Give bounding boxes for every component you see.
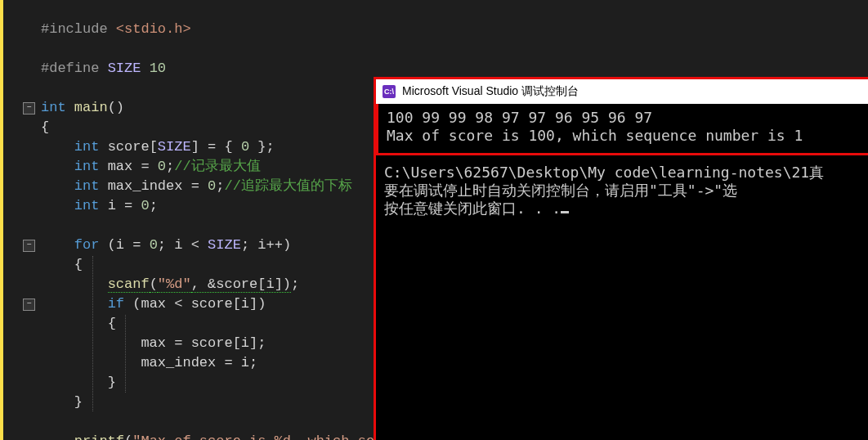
fold-gutter: −−−: [21, 0, 36, 440]
code-line[interactable]: max = score[i];: [41, 334, 266, 353]
code-line[interactable]: }: [41, 373, 116, 393]
code-line[interactable]: #include <stdio.h>: [41, 20, 191, 39]
code-line[interactable]: {: [41, 314, 116, 334]
brace-guide: [125, 315, 126, 393]
code-editor[interactable]: −−− #include <stdio.h>#define SIZE 10int…: [0, 0, 868, 440]
code-line[interactable]: int max_index = 0;//追踪最大值的下标: [41, 177, 352, 196]
console-cursor: [561, 211, 569, 213]
code-line[interactable]: {: [41, 255, 83, 275]
code-line[interactable]: scanf("%d", &score[i]);: [41, 275, 299, 294]
code-line[interactable]: #define SIZE 10: [41, 59, 166, 79]
fold-toggle-icon[interactable]: −: [23, 240, 35, 252]
console-output: C:\Users\62567\Desktop\My code\learning-…: [376, 155, 868, 226]
code-line[interactable]: {: [41, 118, 49, 137]
code-line[interactable]: int i = 0;: [41, 196, 158, 216]
fold-toggle-icon[interactable]: −: [23, 102, 35, 114]
code-line[interactable]: int max = 0;//记录最大值: [41, 157, 261, 177]
code-line[interactable]: max_index = i;: [41, 353, 257, 373]
fold-toggle-icon[interactable]: −: [23, 299, 35, 311]
code-line[interactable]: }: [41, 393, 83, 412]
console-output-highlight: 100 99 99 98 97 97 96 95 96 97 Max of sc…: [376, 104, 868, 155]
console-titlebar[interactable]: C:\ Microsoft Visual Studio 调试控制台: [376, 79, 868, 104]
console-icon: C:\: [383, 85, 396, 98]
code-line[interactable]: if (max < score[i]): [41, 294, 266, 314]
code-line[interactable]: printf("Max of score is %d, which sequen: [41, 432, 408, 440]
debug-console-window[interactable]: C:\ Microsoft Visual Studio 调试控制台 100 99…: [374, 77, 868, 440]
code-line[interactable]: for (i = 0; i < SIZE; i++): [41, 236, 291, 255]
brace-guide: [92, 256, 93, 411]
code-line[interactable]: int score[SIZE] = { 0 };: [41, 137, 275, 157]
console-title: Microsoft Visual Studio 调试控制台: [402, 84, 579, 99]
code-line[interactable]: int main(): [41, 98, 124, 118]
editor-gutter: [3, 0, 21, 440]
